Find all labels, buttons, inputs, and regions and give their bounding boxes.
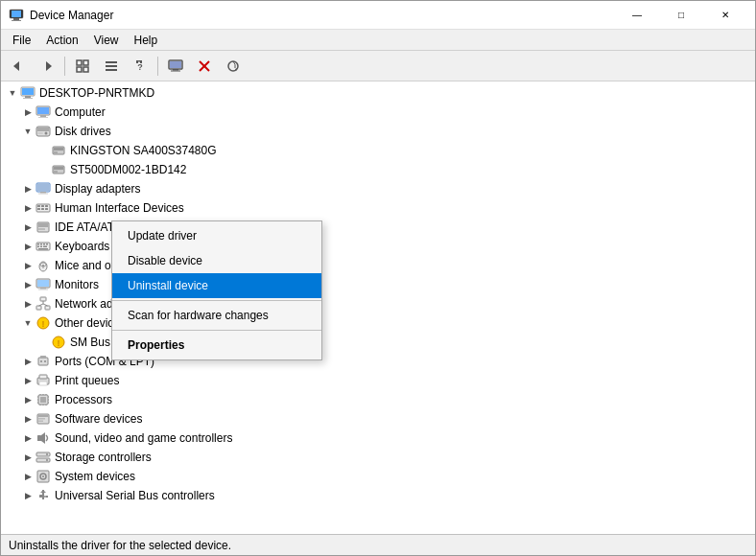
- system-icon: [35, 469, 51, 484]
- svg-rect-48: [37, 205, 40, 207]
- other-expand[interactable]: ▼: [20, 315, 35, 331]
- tree-item-human[interactable]: ▶ Human Interface Devices: [1, 198, 755, 218]
- network-icon: [35, 296, 51, 312]
- toolbar-help-button[interactable]: ?: [127, 54, 154, 79]
- toolbar-btn-view1[interactable]: [69, 54, 96, 79]
- computer-icon: [35, 104, 51, 120]
- svg-rect-76: [45, 306, 50, 310]
- disk-drives-expand[interactable]: ▼: [20, 124, 35, 139]
- root-expand[interactable]: ▼: [5, 85, 20, 101]
- svg-point-87: [44, 360, 46, 362]
- computer-label: Computer: [55, 105, 106, 119]
- storage-expand[interactable]: ▶: [20, 450, 35, 465]
- menu-help[interactable]: Help: [127, 32, 166, 49]
- human-expand[interactable]: ▶: [20, 200, 35, 216]
- processors-expand[interactable]: ▶: [20, 392, 35, 407]
- monitors-expand[interactable]: ▶: [20, 277, 35, 292]
- usb-expand[interactable]: ▶: [20, 488, 35, 503]
- svg-rect-65: [38, 248, 48, 250]
- svg-rect-55: [38, 223, 48, 227]
- network-expand[interactable]: ▶: [20, 296, 35, 312]
- toolbar-scan-button[interactable]: [220, 54, 247, 79]
- disk-drives-icon: [35, 124, 51, 139]
- status-bar: Uninstalls the driver for the selected d…: [1, 534, 755, 555]
- display-expand[interactable]: ▶: [20, 181, 35, 197]
- svg-rect-9: [83, 67, 88, 72]
- tree-item-processors[interactable]: ▶: [1, 390, 755, 409]
- svg-rect-26: [22, 88, 34, 95]
- human-label: Human Interface Devices: [55, 201, 184, 215]
- svg-rect-72: [40, 288, 46, 290]
- tree-item-usb[interactable]: ▶ Universal Serial Bus controllers: [1, 486, 755, 505]
- svg-marker-118: [40, 490, 46, 493]
- svg-rect-19: [173, 69, 178, 71]
- usb-label: Universal Serial Bus controllers: [55, 489, 215, 502]
- mice-expand[interactable]: ▶: [20, 258, 35, 273]
- svg-rect-121: [46, 496, 48, 498]
- tree-item-sound[interactable]: ▶ Sound, video and game controllers: [1, 429, 755, 448]
- tree-item-print[interactable]: ▶ Print queues: [1, 371, 755, 390]
- svg-rect-8: [77, 67, 82, 72]
- toolbar-btn-view2[interactable]: [98, 54, 125, 79]
- svg-rect-6: [77, 60, 82, 65]
- ide-expand[interactable]: ▶: [20, 220, 35, 235]
- svg-rect-119: [39, 495, 43, 498]
- ctx-scan-hardware[interactable]: Scan for hardware changes: [112, 303, 321, 328]
- ctx-update-driver[interactable]: Update driver: [112, 223, 321, 248]
- system-expand[interactable]: ▶: [20, 469, 35, 484]
- toolbar: ?: [1, 51, 755, 81]
- app-icon: [9, 8, 24, 23]
- print-expand[interactable]: ▶: [20, 373, 35, 388]
- svg-rect-3: [12, 20, 21, 21]
- svg-marker-5: [46, 61, 52, 71]
- close-button[interactable]: ✕: [703, 1, 747, 30]
- menu-view[interactable]: View: [86, 32, 127, 49]
- tree-item-computer[interactable]: ▶ Computer: [1, 103, 755, 122]
- menu-file[interactable]: File: [5, 32, 38, 49]
- tree-item-kingston[interactable]: ▶ KINGSTON SA400S37480G: [1, 141, 755, 160]
- svg-text:?: ?: [137, 62, 143, 72]
- svg-point-86: [40, 360, 42, 362]
- menu-action[interactable]: Action: [38, 32, 85, 49]
- ctx-uninstall-device[interactable]: Uninstall device: [112, 273, 321, 298]
- tree-item-storage[interactable]: ▶ Storage controllers: [1, 448, 755, 467]
- ports-expand[interactable]: ▶: [20, 354, 35, 369]
- forward-button[interactable]: [34, 54, 60, 79]
- back-button[interactable]: [5, 54, 32, 79]
- software-expand[interactable]: ▶: [20, 411, 35, 427]
- svg-rect-109: [37, 435, 41, 441]
- keyboard-expand[interactable]: ▶: [20, 239, 35, 254]
- maximize-button[interactable]: □: [659, 1, 703, 30]
- title-bar-left: Device Manager: [9, 8, 113, 23]
- monitors-label: Monitors: [55, 278, 99, 291]
- svg-rect-34: [37, 127, 49, 131]
- ctx-disable-device[interactable]: Disable device: [112, 248, 321, 273]
- svg-rect-32: [38, 117, 48, 118]
- kingston-icon: [51, 143, 66, 158]
- svg-rect-49: [41, 205, 44, 207]
- svg-rect-10: [106, 61, 117, 63]
- human-icon: [35, 200, 51, 216]
- tree-root[interactable]: ▼ DESKTOP-PNRTMKD: [1, 83, 755, 103]
- tree-item-st500[interactable]: ▶ ST500DM002-1BD142: [1, 160, 755, 179]
- device-manager-window: Device Manager — □ ✕ File Action View He…: [0, 0, 756, 556]
- toolbar-monitor-button[interactable]: [162, 54, 189, 79]
- tree-item-system[interactable]: ▶ System devices: [1, 467, 755, 486]
- svg-rect-12: [106, 69, 117, 71]
- tree-item-disk-drives[interactable]: ▼ Disk drives: [1, 122, 755, 141]
- st500-label: ST500DM002-1BD142: [70, 163, 186, 176]
- minimize-button[interactable]: —: [615, 1, 659, 30]
- ctx-properties[interactable]: Properties: [112, 333, 321, 358]
- toolbar-uninstall-button[interactable]: [191, 54, 218, 79]
- svg-text:!: !: [42, 319, 45, 329]
- computer-expand[interactable]: ▶: [20, 104, 35, 120]
- tree-item-software[interactable]: ▶ Software devices: [1, 409, 755, 429]
- svg-rect-92: [40, 397, 46, 403]
- svg-rect-75: [36, 306, 41, 310]
- svg-rect-50: [45, 205, 48, 207]
- tree-item-display[interactable]: ▶ Display adapters: [1, 179, 755, 198]
- mice-icon: [35, 258, 51, 273]
- svg-rect-46: [38, 194, 48, 195]
- print-icon: [35, 373, 51, 388]
- sound-expand[interactable]: ▶: [20, 430, 35, 446]
